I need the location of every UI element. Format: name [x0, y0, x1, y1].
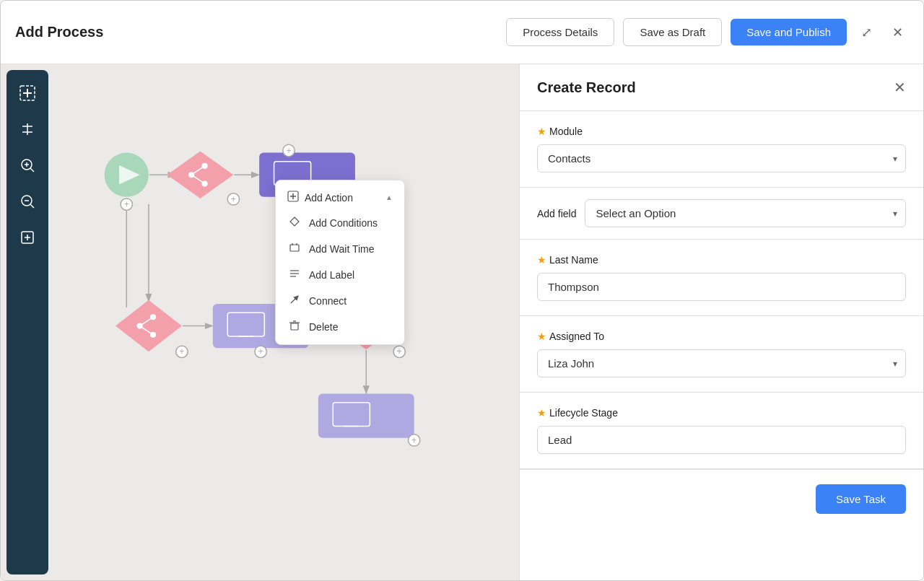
add-field-row: Add field Select an Option First Name La…: [520, 188, 923, 240]
lifecycle-stage-label: ★ Lifecycle Stage: [537, 407, 906, 419]
assigned-to-select[interactable]: Liza John John Doe: [537, 349, 906, 377]
assigned-to-section: ★ Assigned To Liza John John Doe ▾: [520, 316, 923, 393]
external-link-icon: ⤢: [861, 25, 872, 40]
panel-close-button[interactable]: ✕: [894, 79, 906, 96]
assigned-to-label: ★ Assigned To: [537, 331, 906, 342]
external-link-button[interactable]: ⤢: [855, 22, 878, 43]
add-field-label: Add field: [537, 208, 576, 219]
add-field-select-wrapper: Select an Option First Name Last Name Em…: [585, 199, 906, 227]
svg-text:+: +: [258, 346, 263, 357]
align-icon: [19, 121, 35, 137]
app-body: + +: [1, 64, 923, 580]
canvas-area[interactable]: + +: [1, 64, 519, 580]
lifecycle-stage-input[interactable]: [537, 426, 906, 454]
close-window-icon: ✕: [892, 25, 903, 40]
lifecycle-stage-section: ★ Lifecycle Stage: [520, 393, 923, 469]
svg-text:+: +: [179, 346, 184, 357]
lifecycle-required-star: ★: [537, 407, 546, 419]
svg-line-72: [291, 296, 298, 303]
zoom-out-button[interactable]: [12, 185, 43, 217]
app-header: Add Process Process Details Save as Draf…: [1, 1, 923, 64]
fit-icon: [19, 230, 35, 245]
module-section: ★ Module Contacts Leads Accounts ▾: [520, 111, 923, 188]
last-name-required-star: ★: [537, 254, 546, 266]
add-wait-time-item[interactable]: Add Wait Time: [276, 236, 404, 262]
svg-text:+: +: [397, 346, 402, 357]
close-window-button[interactable]: ✕: [886, 22, 909, 43]
add-wait-time-icon: [287, 242, 302, 256]
add-conditions-item[interactable]: Add Conditions: [276, 210, 404, 236]
svg-rect-66: [290, 245, 299, 251]
page-title: Add Process: [15, 24, 506, 40]
diamond-node-1: [167, 152, 233, 198]
align-button[interactable]: [12, 113, 43, 145]
module-required-star: ★: [537, 126, 546, 137]
right-panel: Create Record ✕ ★ Module Contacts Leads: [519, 64, 923, 580]
save-draft-button[interactable]: Save as Draft: [623, 18, 722, 46]
assigned-to-select-wrapper: Liza John John Doe ▾: [537, 349, 906, 377]
module-label: ★ Module: [537, 126, 906, 137]
svg-rect-74: [291, 323, 298, 330]
panel-footer: Save Task: [520, 469, 923, 528]
connect-icon: [287, 294, 302, 308]
add-label-icon: [287, 268, 302, 282]
add-node-icon: [19, 85, 35, 101]
panel-title: Create Record: [537, 79, 636, 96]
add-action-label[interactable]: Add Action: [305, 192, 353, 204]
save-task-button[interactable]: Save Task: [816, 484, 906, 514]
add-conditions-label: Add Conditions: [309, 217, 378, 229]
add-conditions-icon: [287, 216, 302, 230]
svg-text:+: +: [411, 435, 417, 445]
last-name-input[interactable]: [537, 273, 906, 301]
zoom-in-button[interactable]: [12, 149, 43, 181]
connect-item[interactable]: Connect: [276, 288, 404, 314]
svg-text:+: +: [124, 199, 129, 209]
svg-point-38: [150, 314, 156, 320]
save-publish-button[interactable]: Save and Publish: [731, 19, 847, 45]
zoom-in-icon: [19, 157, 35, 173]
chevron-up-icon: ▲: [385, 193, 393, 201]
add-node-button[interactable]: [12, 77, 43, 109]
context-menu: Add Action ▲ Add Conditions Add Wait Tim…: [275, 180, 405, 345]
last-name-label: ★ Last Name: [537, 254, 906, 266]
connect-label: Connect: [309, 295, 346, 307]
add-label-item[interactable]: Add Label: [276, 262, 404, 288]
panel-close-icon: ✕: [894, 79, 906, 95]
svg-line-7: [30, 168, 34, 172]
fit-button[interactable]: [12, 222, 43, 253]
svg-text:+: +: [286, 146, 291, 156]
toolbar: [6, 70, 48, 575]
zoom-out-icon: [19, 193, 35, 209]
delete-label: Delete: [309, 321, 338, 333]
module-select[interactable]: Contacts Leads Accounts: [537, 144, 906, 172]
add-wait-time-label: Add Wait Time: [309, 243, 375, 255]
add-action-icon: [287, 191, 299, 204]
svg-marker-65: [290, 217, 299, 226]
delete-icon: [287, 320, 302, 334]
panel-body: ★ Module Contacts Leads Accounts ▾ Ad: [520, 111, 923, 580]
process-details-button[interactable]: Process Details: [506, 18, 614, 46]
add-field-select[interactable]: Select an Option First Name Last Name Em…: [585, 199, 906, 227]
module-select-wrapper: Contacts Leads Accounts ▾: [537, 144, 906, 172]
assigned-to-required-star: ★: [537, 331, 546, 342]
header-actions: Process Details Save as Draft Save and P…: [506, 18, 909, 46]
svg-text:+: +: [231, 194, 236, 204]
svg-point-21: [188, 172, 194, 178]
add-label-label: Add Label: [309, 269, 354, 281]
last-name-section: ★ Last Name: [520, 240, 923, 316]
panel-header: Create Record ✕: [520, 64, 923, 111]
svg-line-11: [30, 204, 34, 208]
delete-item[interactable]: Delete: [276, 314, 404, 340]
context-menu-header: Add Action ▲: [276, 185, 404, 210]
diamond-node-2: [116, 300, 182, 352]
